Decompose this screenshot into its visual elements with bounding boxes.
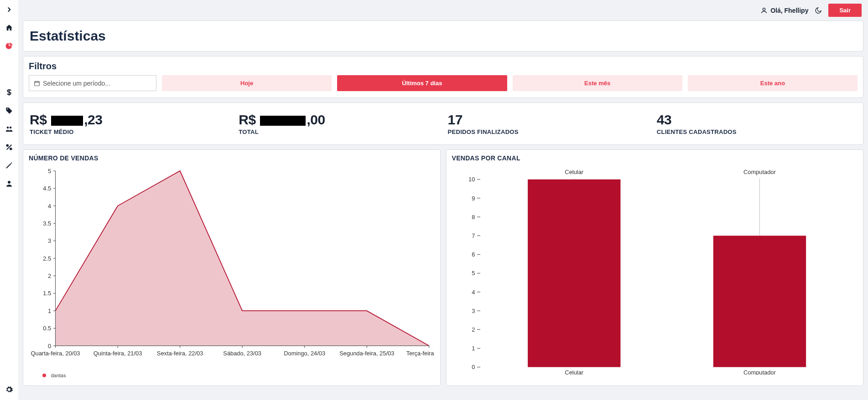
- logout-button[interactable]: Sair: [828, 4, 862, 17]
- svg-text:4: 4: [472, 289, 475, 296]
- stat-ticket-medio: R$ ,23 TICKET MÉDIO: [30, 112, 229, 135]
- svg-text:Quarta-feira, 20/03: Quarta-feira, 20/03: [31, 350, 80, 357]
- stat-label: CLIENTES CADASTRADOS: [657, 128, 857, 135]
- users-icon[interactable]: [5, 125, 13, 133]
- preset-hoje[interactable]: Hoje: [162, 75, 332, 91]
- area-chart-svg: 0 0.5 1 1.5 2 2.5 3 3.5 4 4.5 5 Quarta-f…: [29, 164, 435, 367]
- filters-card: Filtros Selecione um período... Hoje Últ…: [23, 56, 863, 98]
- page-header-card: Estatísticas: [23, 21, 863, 51]
- user-greeting: Olá, Fhellipy: [760, 7, 808, 14]
- svg-text:Segunda-feira, 25/03: Segunda-feira, 25/03: [339, 350, 394, 357]
- svg-text:Sexta-feira, 22/03: Sexta-feira, 22/03: [157, 350, 203, 357]
- svg-rect-71: [528, 179, 620, 367]
- chart-title: VENDAS POR CANAL: [452, 154, 858, 162]
- user-outline-icon: [760, 7, 768, 14]
- legend: dantas: [29, 369, 435, 381]
- svg-text:4.5: 4.5: [43, 185, 51, 192]
- svg-text:10: 10: [468, 176, 475, 183]
- preset-ultimos-7-dias[interactable]: Últimos 7 dias: [337, 75, 507, 91]
- calendar-icon: [34, 80, 40, 87]
- svg-point-6: [763, 8, 765, 10]
- period-placeholder: Selecione um período...: [43, 80, 110, 87]
- preset-este-mes[interactable]: Este mês: [513, 75, 682, 91]
- dollar-icon[interactable]: [5, 88, 13, 97]
- svg-text:2: 2: [472, 326, 475, 333]
- svg-point-5: [8, 181, 10, 184]
- gear-icon[interactable]: [5, 385, 13, 394]
- svg-rect-7: [35, 81, 40, 85]
- svg-text:Terça-feira, 26/03: Terça-feira, 26/03: [406, 350, 435, 357]
- svg-text:3: 3: [472, 308, 475, 314]
- stat-clientes-cadastrados: 43 CLIENTES CADASTRADOS: [657, 112, 857, 135]
- svg-text:0: 0: [472, 364, 475, 370]
- stat-value: R$ ,23: [30, 112, 229, 128]
- svg-text:Celular: Celular: [565, 369, 583, 375]
- stat-pedidos-finalizados: 17 PEDIDOS FINALIZADOS: [448, 112, 648, 135]
- greeting-text: Olá, Fhellipy: [770, 7, 808, 14]
- svg-text:0.5: 0.5: [43, 325, 51, 332]
- svg-text:2.5: 2.5: [43, 255, 51, 262]
- svg-text:8: 8: [472, 214, 475, 221]
- bar-chart-svg: 0 1 2 3 4 5 6 7 8 9 10 Celular CelularCo…: [452, 164, 858, 375]
- legend-dot-icon: [42, 374, 46, 377]
- chart-vendas-por-canal: VENDAS POR CANAL 0 1 2 3 4 5 6 7 8 9 10 …: [446, 149, 864, 386]
- stat-label: TOTAL: [239, 128, 438, 135]
- svg-text:Quinta-feira, 21/03: Quinta-feira, 21/03: [94, 350, 142, 357]
- chart-numero-de-vendas: NÚMERO DE VENDAS 0 0.5 1 1.5 2 2.5 3 3.5…: [23, 149, 441, 386]
- tag-icon[interactable]: [5, 107, 13, 115]
- svg-text:Computador: Computador: [743, 169, 776, 175]
- svg-text:1.5: 1.5: [43, 290, 51, 297]
- chart-pie-icon[interactable]: [5, 42, 13, 50]
- svg-point-0: [7, 108, 8, 109]
- user-icon[interactable]: [5, 179, 13, 188]
- stats-card: R$ ,23 TICKET MÉDIO R$ ,00 TOTAL 17 PEDI…: [23, 103, 863, 145]
- svg-text:5: 5: [472, 270, 475, 277]
- svg-point-3: [6, 144, 8, 146]
- preset-este-ano[interactable]: Este ano: [688, 75, 858, 91]
- redacted-value: [260, 116, 306, 126]
- svg-point-1: [7, 127, 9, 129]
- main-content: Olá, Fhellipy Sair Estatísticas Filtros …: [18, 0, 868, 400]
- svg-text:Domingo, 24/03: Domingo, 24/03: [284, 350, 325, 357]
- svg-point-2: [10, 127, 12, 129]
- svg-text:5: 5: [48, 168, 51, 174]
- stat-value: R$ ,00: [239, 112, 438, 128]
- period-select[interactable]: Selecione um período...: [29, 75, 156, 91]
- svg-text:3: 3: [48, 237, 51, 244]
- svg-text:1: 1: [472, 345, 475, 352]
- topbar: Olá, Fhellipy Sair: [23, 0, 863, 21]
- svg-marker-30: [56, 171, 429, 346]
- filters-title: Filtros: [29, 61, 858, 72]
- sidebar: [0, 0, 18, 400]
- svg-text:Computador: Computador: [743, 369, 776, 375]
- svg-text:3.5: 3.5: [43, 220, 51, 227]
- stat-total: R$ ,00 TOTAL: [239, 112, 438, 135]
- redacted-value: [51, 116, 83, 126]
- home-icon[interactable]: [5, 24, 13, 32]
- svg-text:0: 0: [48, 343, 51, 349]
- svg-text:4: 4: [48, 203, 51, 210]
- svg-text:Celular: Celular: [565, 169, 583, 175]
- svg-rect-75: [713, 236, 806, 367]
- svg-point-4: [10, 148, 12, 150]
- stat-label: PEDIDOS FINALIZADOS: [448, 128, 648, 135]
- moon-icon[interactable]: [815, 7, 822, 14]
- page-title: Estatísticas: [23, 21, 863, 51]
- percent-icon[interactable]: [5, 143, 13, 151]
- svg-text:2: 2: [48, 272, 51, 279]
- chart-title: NÚMERO DE VENDAS: [29, 154, 435, 162]
- stat-value: 43: [657, 112, 857, 128]
- chevron-right-icon[interactable]: [5, 5, 13, 14]
- svg-text:1: 1: [48, 308, 51, 314]
- svg-text:Sábado, 23/03: Sábado, 23/03: [223, 350, 261, 357]
- svg-text:9: 9: [472, 195, 475, 202]
- stat-label: TICKET MÉDIO: [30, 128, 229, 135]
- legend-label: dantas: [51, 373, 66, 378]
- stat-value: 17: [448, 112, 648, 128]
- svg-text:7: 7: [472, 232, 475, 239]
- pen-icon[interactable]: [5, 161, 13, 169]
- svg-text:6: 6: [472, 251, 475, 258]
